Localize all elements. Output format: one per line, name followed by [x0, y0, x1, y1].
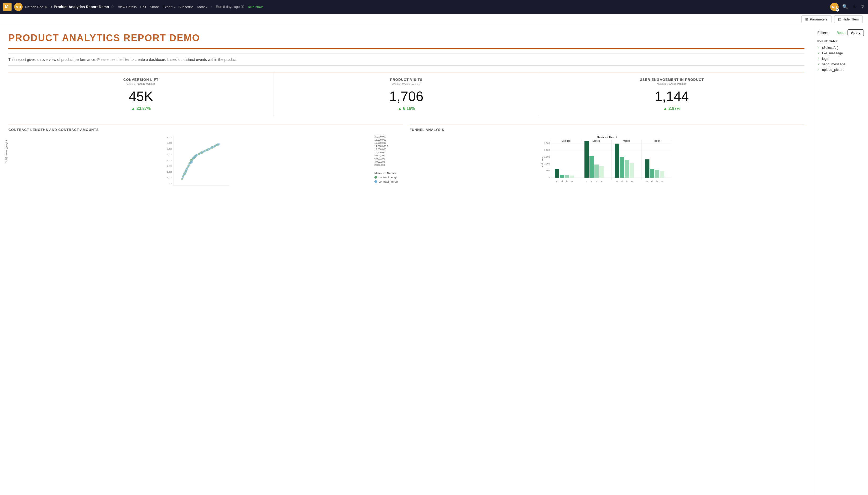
- svg-text:up: up: [631, 180, 633, 182]
- more-dropdown[interactable]: More ▾: [197, 5, 207, 9]
- filters-apply-button[interactable]: Apply: [848, 29, 864, 36]
- kpi-engagement-change: ▲ 2.97%: [545, 106, 798, 111]
- svg-text:Device / Event: Device / Event: [597, 136, 617, 139]
- kpi-conversion-label: CONVERSION LIFT: [15, 78, 267, 82]
- funnel-svg: Device / Event 2,500 2,000 1,500 1,000 5…: [410, 134, 804, 192]
- svg-text:2,000: 2,000: [167, 165, 173, 167]
- svg-text:lo: lo: [566, 180, 568, 182]
- star-icon[interactable]: ☆: [111, 4, 114, 10]
- svg-rect-85: [629, 163, 634, 178]
- svg-point-47: [210, 147, 212, 149]
- svg-text:500: 500: [169, 182, 173, 185]
- kpi-visits-value: 1,706: [280, 89, 533, 103]
- filters-reset-button[interactable]: Reset: [836, 31, 846, 35]
- user-profile-avatar[interactable]: NB ✏: [830, 3, 839, 11]
- svg-text:500: 500: [546, 169, 550, 172]
- filter-item-login[interactable]: ✓ login: [817, 56, 864, 62]
- svg-rect-79: [589, 156, 594, 178]
- svg-point-40: [192, 157, 194, 159]
- kpi-conversion-value: 45K: [15, 89, 267, 103]
- avatar-edit-badge: ✏: [836, 8, 839, 12]
- hide-filters-button[interactable]: ▤ Hide filters: [834, 16, 863, 23]
- filters-header: Filters Reset Apply: [817, 29, 864, 36]
- share-link[interactable]: Share: [150, 5, 159, 9]
- parameters-button[interactable]: ⊞ Parameters: [801, 16, 831, 23]
- svg-text:er: er: [586, 180, 588, 182]
- svg-point-41: [195, 154, 197, 157]
- export-dropdown[interactable]: Export ▾: [163, 5, 175, 9]
- svg-text:# of Users: # of Users: [541, 157, 544, 167]
- app-logo[interactable]: M:: [3, 3, 12, 11]
- svg-text:4,000: 4,000: [167, 142, 173, 144]
- svg-text:4,500: 4,500: [167, 136, 173, 138]
- svg-text:lo: lo: [656, 180, 658, 182]
- legend-item-contract-length: contract_length: [374, 176, 403, 179]
- filter-item-send-message[interactable]: ✓ send_message: [817, 62, 864, 67]
- svg-text:Desktop: Desktop: [562, 139, 571, 142]
- kpi-user-engagement: USER ENGAGEMENT IN PRODUCT WEEK OVER WEE…: [539, 72, 804, 116]
- filter-item-upload-picture[interactable]: ✓ upload_picture: [817, 67, 864, 72]
- svg-point-46: [207, 148, 210, 151]
- topnav-right: NB ✏ 🔍 ＋ ？: [830, 3, 865, 11]
- svg-point-48: [212, 146, 215, 148]
- page-title: Product Analytics Report Demo: [54, 5, 109, 9]
- scatter-legend: Measure Names contract_length contract_a…: [374, 169, 403, 183]
- user-name-link[interactable]: Nathan Bao: [25, 5, 43, 9]
- help-icon[interactable]: ？: [860, 4, 865, 10]
- search-icon[interactable]: 🔍: [842, 4, 848, 10]
- scatter-right-panel: 20,000,000 18,000,000 16,000,000 14,000,…: [374, 134, 403, 192]
- main-layout: PRODUCT ANALYTICS REPORT DEMO This repor…: [0, 25, 868, 495]
- svg-text:0: 0: [548, 176, 550, 179]
- view-details-link[interactable]: View Details: [118, 5, 136, 9]
- svg-rect-83: [620, 157, 624, 178]
- breadcrumb: Nathan Bao ▶ ⊙ Product Analytics Report …: [25, 4, 114, 10]
- svg-text:1,000: 1,000: [167, 176, 173, 179]
- scatter-y-axis-label: SUM(contract_length): [5, 140, 7, 163]
- filter-section-label: EVENT NAME: [817, 40, 864, 43]
- svg-rect-87: [650, 169, 654, 178]
- scatter-chart-section: CONTRACT LENGTHS AND CONTRACT AMOUNTS SU…: [9, 125, 403, 192]
- filter-check-upload-picture: ✓: [817, 68, 820, 72]
- filter-check-send-message: ✓: [817, 63, 820, 66]
- svg-text:2,000: 2,000: [544, 149, 550, 151]
- svg-text:3,000: 3,000: [167, 153, 173, 156]
- filter-item-select-all[interactable]: ✓ (Select All): [817, 45, 864, 50]
- add-icon[interactable]: ＋: [852, 4, 856, 10]
- filters-panel: Filters Reset Apply EVENT NAME ✓ (Select…: [813, 25, 868, 495]
- subtoolbar: ⊞ Parameters ▤ Hide filters: [0, 14, 868, 25]
- svg-text:3,500: 3,500: [167, 148, 173, 150]
- edit-link[interactable]: Edit: [140, 5, 146, 9]
- svg-rect-76: [565, 175, 569, 177]
- content-area: PRODUCT ANALYTICS REPORT DEMO This repor…: [0, 25, 813, 495]
- filter-item-like-message[interactable]: ✓ like_message: [817, 50, 864, 56]
- svg-text:er: er: [616, 180, 618, 182]
- svg-point-39: [189, 161, 192, 164]
- svg-point-33: [188, 164, 190, 166]
- run-now-link[interactable]: Run Now: [248, 5, 263, 9]
- top-navigation: M: MD Nathan Bao ▶ ⊙ Product Analytics R…: [0, 0, 868, 14]
- filter-icon: ▤: [838, 17, 841, 21]
- svg-point-31: [183, 174, 185, 176]
- svg-text:up: up: [661, 180, 663, 182]
- svg-point-42: [199, 152, 201, 154]
- svg-point-37: [184, 171, 187, 174]
- legend-dot-green: [374, 176, 377, 178]
- svg-text:lo: lo: [596, 180, 597, 182]
- svg-rect-77: [570, 175, 574, 177]
- svg-point-50: [217, 143, 220, 146]
- svg-rect-81: [600, 166, 604, 177]
- svg-rect-84: [625, 160, 629, 177]
- subscribe-link[interactable]: Subscribe: [179, 5, 194, 9]
- kpi-conversion-sub: WEEK OVER WEEK: [15, 83, 267, 86]
- topnav-actions: View Details Edit Share Export ▾ Subscri…: [118, 4, 263, 9]
- report-description: This report gives an overview of product…: [9, 53, 804, 66]
- user-avatar[interactable]: MD: [14, 3, 22, 11]
- svg-rect-74: [555, 169, 559, 177]
- svg-text:Mobile: Mobile: [623, 139, 630, 142]
- kpi-product-visits: PRODUCT VISITS WEEK OVER WEEK 1,706 ▲ 6.…: [274, 72, 539, 116]
- run-info: Run 8 days ago ⓘ: [216, 4, 244, 9]
- svg-text:all: all: [561, 180, 563, 182]
- funnel-chart-container: Device / Event 2,500 2,000 1,500 1,000 5…: [410, 134, 804, 192]
- svg-rect-89: [660, 171, 664, 177]
- scatter-container: SUM(contract_length) 4,500 4,000 3,500 3…: [9, 134, 403, 192]
